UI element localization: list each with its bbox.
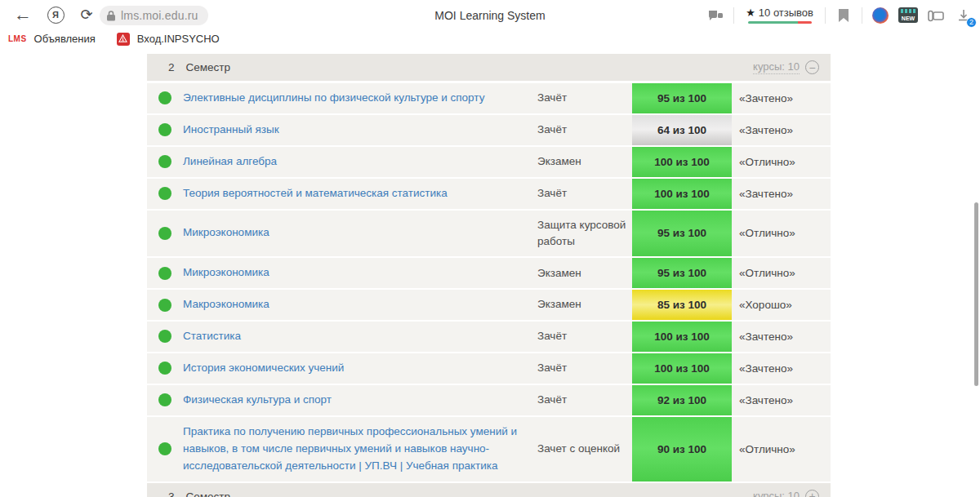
assessment-type-cell: Зачёт	[536, 385, 632, 415]
semester-number: 3	[168, 490, 175, 497]
site-rating[interactable]: ★ 10 отзывов	[742, 7, 817, 24]
grade-cell: «Зачтено»	[732, 115, 831, 145]
course-grade-row: Практика по получению первичных професси…	[147, 417, 831, 483]
status-dot-icon	[158, 91, 172, 104]
course-link[interactable]: Макроэкономика	[183, 296, 270, 313]
status-cell	[147, 258, 183, 288]
course-cell: Элективные дисциплины по физической куль…	[183, 83, 536, 113]
grade-cell: «Зачтено»	[732, 385, 831, 415]
semester-grades-table: 2 Семестр курсы: 10 − Элективные дисципл…	[147, 54, 831, 497]
course-cell: Микроэкономика	[183, 211, 536, 257]
semester-3-header: 3 Семестр курсы: 10 +	[147, 483, 831, 497]
score-badge: 95 из 100	[632, 211, 732, 257]
course-cell: История экономических учений	[183, 353, 536, 384]
assessment-type-cell: Экзамен	[536, 258, 632, 288]
course-link[interactable]: Элективные дисциплины по физической куль…	[183, 90, 484, 107]
score-badge: 100 из 100	[632, 353, 732, 384]
vertical-scrollbar-thumb[interactable]	[974, 202, 978, 386]
bookmark-announcements[interactable]: LMS Объявления	[8, 33, 96, 45]
yandex-browser-icon[interactable]: Я	[44, 3, 67, 26]
course-link[interactable]: Теория вероятностей и математическая ста…	[183, 185, 448, 202]
status-cell	[147, 353, 183, 384]
course-link[interactable]: Микроэкономика	[183, 264, 270, 282]
score-badge: 92 из 100	[632, 385, 732, 415]
course-cell: Линейная алгебра	[183, 147, 536, 177]
grade-cell: «Зачтено»	[732, 353, 831, 384]
semester-label: Семестр	[186, 490, 231, 497]
course-grade-row: Статистика Зачёт 100 из 100 «Зачтено»	[147, 322, 831, 353]
status-dot-icon	[158, 267, 172, 280]
extension-browser-icon[interactable]	[871, 6, 890, 25]
courses-count-link[interactable]: курсы: 10	[753, 490, 800, 497]
course-grade-row: Теория вероятностей и математическая ста…	[147, 179, 831, 211]
protect-icon[interactable]	[706, 6, 725, 25]
new-feature-icon[interactable]: NEW	[898, 6, 918, 25]
course-grade-row: История экономических учений Зачёт 100 и…	[147, 353, 831, 385]
semester-table-body: Элективные дисциплины по физической куль…	[147, 83, 831, 483]
expand-semester-icon[interactable]: +	[805, 490, 819, 497]
back-button[interactable]: ←	[11, 3, 34, 26]
inpsycho-favicon	[117, 33, 130, 46]
course-grade-row: Физическая культура и спорт Зачёт 92 из …	[147, 385, 831, 417]
score-badge: 64 из 100	[632, 115, 732, 145]
collapse-semester-icon[interactable]: −	[805, 60, 819, 74]
status-cell	[147, 179, 183, 209]
grade-cell: «Отлично»	[732, 258, 831, 288]
extensions-puzzle-icon[interactable]	[926, 6, 946, 25]
divider	[862, 7, 862, 24]
bookmark-inpsycho[interactable]: Вход.INPSYCHO	[117, 33, 220, 46]
status-dot-icon	[158, 393, 172, 406]
new-icon-dots	[901, 9, 915, 13]
score-badge: 100 из 100	[632, 147, 732, 177]
course-grade-row: Микроэкономика Экзамен 95 из 100 «Отличн…	[147, 258, 831, 290]
refresh-button[interactable]: ⟳	[75, 3, 98, 26]
status-dot-icon	[158, 330, 172, 343]
grade-cell: «Зачтено»	[732, 322, 831, 352]
assessment-type-cell: Экзамен	[536, 147, 632, 177]
course-link[interactable]: История экономических учений	[183, 360, 344, 377]
course-link[interactable]: Микроэкономика	[183, 224, 270, 242]
course-cell: Иностранный язык	[183, 115, 536, 145]
course-link[interactable]: Иностранный язык	[183, 122, 279, 139]
course-grade-row: Микроэкономика Защита курсовой работы 95…	[147, 211, 831, 259]
course-link[interactable]: Практика по получению первичных професси…	[183, 424, 528, 475]
divider	[825, 7, 826, 24]
status-dot-icon	[158, 362, 172, 375]
score-badge: 95 из 100	[632, 258, 732, 288]
assessment-type-cell: Зачёт	[536, 115, 632, 145]
grade-cell: «Хорошо»	[732, 290, 831, 320]
status-dot-icon	[158, 227, 172, 240]
semester-label: Семестр	[186, 61, 231, 73]
score-badge: 100 из 100	[632, 179, 732, 209]
grade-cell: «Зачтено»	[732, 179, 831, 209]
course-grade-row: Макроэкономика Экзамен 85 из 100 «Хорошо…	[147, 290, 831, 322]
new-icon-label: NEW	[902, 15, 915, 23]
status-dot-icon	[158, 299, 172, 312]
status-cell	[147, 115, 183, 145]
course-cell: Практика по получению первичных професси…	[183, 417, 536, 481]
status-cell	[147, 211, 183, 257]
lms-favicon: LMS	[8, 34, 27, 43]
course-link[interactable]: Статистика	[183, 328, 241, 345]
bookmark-icon[interactable]	[834, 6, 853, 25]
course-cell: Физическая культура и спорт	[183, 385, 536, 415]
status-cell	[147, 290, 183, 320]
downloads-icon[interactable]: 2	[954, 6, 973, 25]
address-bar[interactable]: lms.moi.edu.ru	[100, 6, 208, 25]
assessment-type-cell: Зачет с оценкой	[536, 417, 632, 481]
toolbar-right-icons: ★ 10 отзывов NEW	[706, 0, 973, 30]
lms-page-content: 2 Семестр курсы: 10 − Элективные дисципл…	[0, 47, 980, 497]
status-cell	[147, 322, 183, 352]
courses-count-link[interactable]: курсы: 10	[753, 60, 800, 74]
assessment-type-cell: Зачёт	[536, 353, 632, 384]
colorful-circle-icon	[872, 7, 889, 24]
course-link[interactable]: Физическая культура и спорт	[183, 392, 332, 409]
grade-cell: «Зачтено»	[732, 83, 831, 113]
score-badge: 85 из 100	[632, 290, 732, 320]
course-link[interactable]: Линейная алгебра	[183, 153, 277, 171]
grade-cell: «Отлично»	[732, 417, 831, 481]
course-cell: Макроэкономика	[183, 290, 536, 320]
downloads-count-badge: 2	[966, 17, 977, 28]
rating-label: 10 отзывов	[759, 7, 813, 19]
status-dot-icon	[158, 123, 172, 136]
